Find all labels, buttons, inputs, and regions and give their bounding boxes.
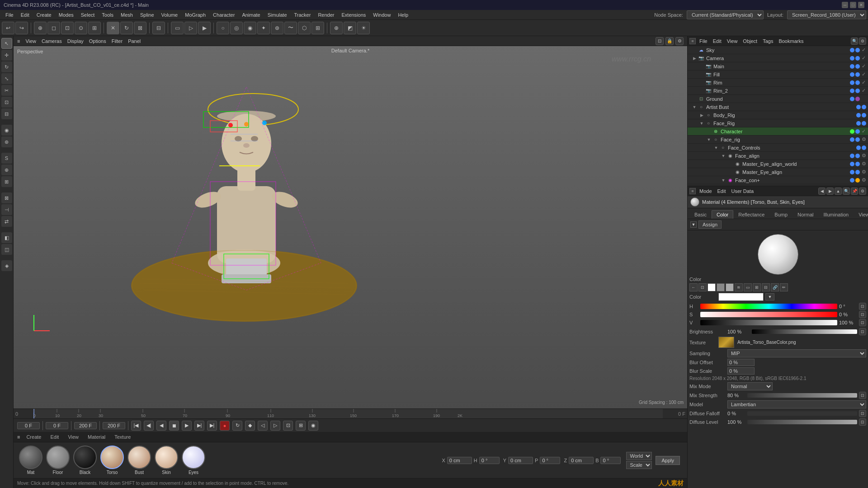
om-row-main[interactable]: 📷 Main ✓: [688, 62, 868, 70]
coord-h[interactable]: [479, 457, 500, 464]
tb-redo[interactable]: ↪: [15, 22, 28, 34]
tab-bump[interactable]: Bump: [769, 210, 793, 219]
om-menu-edit[interactable]: Edit: [711, 38, 723, 44]
vp-menu-filter[interactable]: Filter: [112, 38, 123, 44]
om-row-face-controls[interactable]: ▼ ○ Face_Controls: [688, 144, 868, 152]
menu-mograph[interactable]: MoGraph: [181, 11, 209, 19]
s-bar[interactable]: [700, 312, 837, 317]
coord-x-pos[interactable]: [447, 457, 472, 464]
mat-item-2[interactable]: Black: [73, 446, 97, 475]
s-spinner[interactable]: ⊡: [859, 311, 866, 318]
om-row-camera[interactable]: ▶ 📷 Camera ✓: [688, 54, 868, 62]
om-row-sky[interactable]: ☁ Sky ✓: [688, 46, 868, 54]
menu-modes[interactable]: Modes: [55, 11, 77, 19]
mat-tab-create[interactable]: Create: [24, 433, 44, 441]
color-icon-checker[interactable]: ⊡: [698, 283, 707, 291]
menu-simulate[interactable]: Simulate: [264, 11, 291, 19]
coord-p[interactable]: [540, 457, 560, 464]
maximize-button[interactable]: □: [850, 2, 856, 8]
tb-snap[interactable]: ⊕: [330, 22, 343, 34]
tab-illumination[interactable]: Illumination: [819, 210, 854, 219]
vp-btn-safe[interactable]: ⊡: [656, 37, 664, 45]
color-dropdown[interactable]: ▼: [765, 293, 774, 300]
play-prev-key[interactable]: ◁: [258, 421, 268, 431]
tool-paint[interactable]: ◉: [1, 125, 12, 136]
h-bar[interactable]: [700, 304, 837, 309]
node-space-select[interactable]: Current (Standard/Physical): [687, 10, 764, 19]
om-arrow-body-rig[interactable]: ▶: [698, 113, 705, 117]
tool-bridge[interactable]: ⊟: [1, 108, 12, 119]
attr-pin[interactable]: 📌: [851, 188, 858, 195]
samp-select[interactable]: MIP: [727, 349, 866, 357]
om-menu-tags[interactable]: Tags: [761, 38, 775, 44]
tool-transfer[interactable]: ⇄: [1, 216, 12, 227]
mat-item-5[interactable]: Skin: [155, 446, 178, 475]
mat-item-0[interactable]: Mat: [19, 446, 42, 475]
world-select[interactable]: World: [626, 452, 652, 460]
color-icon-noise[interactable]: ≋: [735, 283, 743, 291]
viewport[interactable]: Perspective Default Camera.* Grid Spacin…: [14, 46, 687, 408]
tool-move[interactable]: ✛: [1, 50, 12, 61]
play-extra1[interactable]: ⊡: [283, 421, 293, 431]
tab-basic[interactable]: Basic: [689, 210, 712, 219]
om-check-fill[interactable]: ✓: [862, 71, 868, 77]
v-spinner[interactable]: ⊡: [859, 319, 866, 326]
om-arrow-face-align[interactable]: ▼: [720, 154, 726, 158]
tb-obj[interactable]: ◻: [47, 22, 60, 34]
tb-lock[interactable]: ⊟: [152, 22, 165, 34]
color-icon-copy[interactable]: ⊞: [753, 283, 761, 291]
diffuse-level-spinner[interactable]: ⊡: [859, 418, 866, 426]
color-icon-paste[interactable]: ⊟: [762, 283, 770, 291]
tool-extra3[interactable]: ◈: [1, 260, 12, 271]
tool-grid[interactable]: ⊞: [1, 176, 12, 187]
om-row-ground[interactable]: ⊡ Ground: [688, 95, 868, 103]
play-play[interactable]: ▶: [182, 421, 192, 431]
current-frame2[interactable]: 0 F: [46, 422, 68, 429]
blur-scale-field[interactable]: [727, 367, 755, 375]
om-check-face-align[interactable]: ⚙: [862, 153, 868, 159]
om-menu-view[interactable]: View: [725, 38, 740, 44]
color-icon-edit[interactable]: ✏: [780, 283, 788, 291]
color-icon-gray2[interactable]: [726, 283, 734, 291]
mat-tab-material[interactable]: Material: [85, 433, 108, 441]
blur-offset-field[interactable]: [727, 359, 755, 366]
om-row-face-rig[interactable]: ▼ ○ Face_Rig: [688, 119, 868, 127]
tb-move[interactable]: ✕: [107, 22, 119, 34]
tb-mograph[interactable]: ⊞: [311, 22, 324, 34]
menu-extensions[interactable]: Extensions: [338, 11, 369, 19]
attr-nav-fwd[interactable]: ▶: [826, 188, 834, 195]
tb-undo[interactable]: ↩: [2, 22, 14, 34]
play-extra3[interactable]: ◉: [308, 421, 318, 431]
om-search[interactable]: 🔍: [851, 38, 858, 45]
mat-item-1[interactable]: Floor: [46, 446, 70, 475]
om-row-artist-bust[interactable]: ▼ ○ Artist Bust: [688, 103, 868, 111]
tool-extrude[interactable]: ⊡: [1, 97, 12, 108]
tb-render-preview[interactable]: ▷: [184, 22, 197, 34]
mix-strength-bar[interactable]: [747, 393, 857, 398]
menu-help[interactable]: Help: [394, 11, 412, 19]
om-check-camera[interactable]: ✓: [862, 55, 868, 61]
assign-button[interactable]: Assign: [698, 221, 722, 229]
tb-light2[interactable]: ☀: [357, 22, 370, 34]
om-arrow-artist-bust[interactable]: ▼: [691, 105, 698, 109]
menu-select[interactable]: Select: [77, 11, 99, 19]
om-check-face-rig2[interactable]: ⚙: [862, 136, 868, 142]
tb-record[interactable]: ⊙: [75, 22, 87, 34]
vp-menu-display[interactable]: Display: [67, 38, 84, 44]
tex-thumb[interactable]: [718, 337, 734, 348]
tb-plus[interactable]: ⊞: [88, 22, 101, 34]
scale-select[interactable]: Scale: [626, 461, 652, 469]
attr-nav-up[interactable]: ▲: [835, 188, 842, 195]
diffuse-level-bar[interactable]: [747, 420, 857, 424]
model-select[interactable]: Lambertian: [727, 400, 866, 408]
h-spinner[interactable]: ⊡: [859, 303, 866, 310]
tool-snap[interactable]: S: [1, 153, 12, 164]
diffuse-falloff-bar[interactable]: [747, 411, 857, 416]
menu-volume[interactable]: Volume: [158, 11, 182, 19]
tb-obj2[interactable]: ○: [217, 22, 229, 34]
om-row-fill[interactable]: 📷 Fill ✓: [688, 70, 868, 79]
diffuse-falloff-spinner[interactable]: ⊡: [859, 410, 866, 417]
br-spinner[interactable]: ⊡: [859, 328, 866, 335]
tb-render-full[interactable]: ▶: [198, 22, 211, 34]
tb-rotate[interactable]: ↻: [120, 22, 133, 34]
